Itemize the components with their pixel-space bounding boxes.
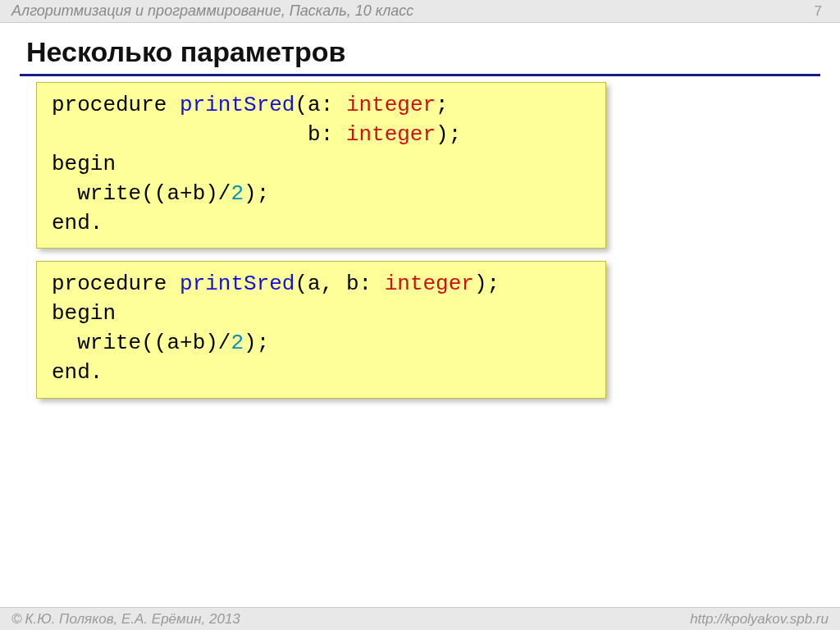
- code-text: (a:: [294, 93, 345, 117]
- code-text: write((a+b)/: [52, 331, 231, 355]
- code-text: begin: [52, 301, 116, 326]
- code-text: b:: [52, 122, 346, 147]
- footer-bar: ©К.Ю. Поляков, Е.А. Ерёмин, 2013 http://…: [0, 607, 840, 630]
- title-underline: [20, 74, 820, 76]
- code-type: integer: [385, 272, 474, 296]
- code-text: write((a+b)/: [52, 181, 231, 206]
- breadcrumb: Алгоритмизация и программирование, Паска…: [11, 2, 413, 20]
- code-text: );: [474, 272, 500, 296]
- code-block-2: procedure printSred(a, b: integer); begi…: [36, 261, 606, 399]
- copyright-text: К.Ю. Поляков, Е.А. Ерёмин, 2013: [25, 611, 240, 627]
- code-text: procedure: [52, 272, 180, 296]
- page-title: Несколько параметров: [26, 36, 346, 68]
- page-number: 7: [815, 3, 829, 20]
- code-text: );: [436, 122, 461, 147]
- header-bar: Алгоритмизация и программирование, Паска…: [0, 0, 840, 23]
- code-block-1: procedure printSred(a: integer; b: integ…: [36, 82, 606, 249]
- copyright-icon: ©: [11, 611, 22, 628]
- code-type: integer: [346, 122, 436, 147]
- code-text: end.: [52, 360, 103, 385]
- code-text: );: [244, 181, 269, 206]
- copyright: ©К.Ю. Поляков, Е.А. Ерёмин, 2013: [11, 611, 240, 628]
- code-number: 2: [231, 181, 244, 206]
- code-text: );: [244, 331, 269, 355]
- code-text: (a, b:: [294, 272, 384, 296]
- code-type: integer: [346, 93, 436, 117]
- code-keyword: printSred: [180, 272, 294, 296]
- code-text: procedure: [52, 93, 180, 117]
- code-keyword: printSred: [180, 93, 294, 117]
- code-text: end.: [52, 211, 103, 235]
- code-text: ;: [436, 93, 449, 117]
- footer-url: http://kpolyakov.spb.ru: [690, 611, 829, 628]
- code-number: 2: [231, 331, 244, 355]
- code-text: begin: [52, 152, 116, 176]
